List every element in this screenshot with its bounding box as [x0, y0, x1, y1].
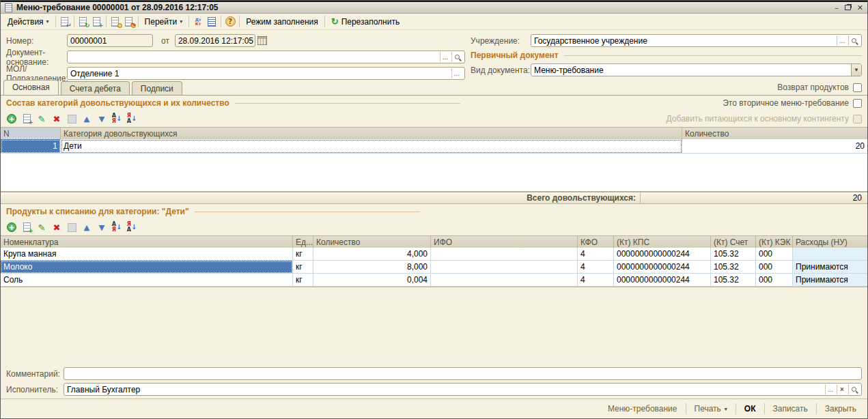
copy-row-button[interactable]: + — [21, 113, 32, 124]
end-edit-button[interactable] — [66, 113, 77, 124]
close-button[interactable]: ✕ — [857, 3, 863, 12]
column-header-n[interactable]: N — [1, 128, 61, 139]
account-cell[interactable]: 105.32 — [711, 274, 756, 287]
refill-button[interactable]: ↻ Перезаполнить — [327, 15, 404, 28]
report-structure-icon[interactable] — [206, 16, 217, 27]
table-row[interactable]: Молоко кг 8,000 4 0000000000000244 105.3… — [1, 261, 867, 274]
table-row[interactable]: 1 Дети 20 — [1, 139, 867, 154]
categories-table-empty-area[interactable] — [1, 154, 867, 192]
sort-asc-button[interactable]: АЯ↓ — [111, 222, 122, 233]
column-header-account[interactable]: (Кт) Счет — [711, 236, 756, 248]
minimize-button[interactable]: – — [835, 3, 839, 12]
column-header-quantity[interactable]: Количество — [682, 128, 867, 139]
goto-button[interactable]: Перейти ▾ — [141, 16, 187, 28]
kfo-cell[interactable]: 4 — [578, 261, 614, 274]
sort-desc-button[interactable]: ЯА↓ — [126, 113, 137, 124]
quantity-cell[interactable]: 0,004 — [313, 274, 431, 287]
print-button[interactable]: Печать ▾ — [689, 402, 733, 416]
secondary-menu-checkbox[interactable] — [853, 99, 862, 108]
move-up-button[interactable]: ▲ — [81, 113, 92, 124]
table-row[interactable]: Соль кг 0,004 4 0000000000000244 105.32 … — [1, 274, 867, 287]
end-edit-button[interactable] — [66, 222, 77, 233]
kfo-cell[interactable]: 4 — [578, 274, 614, 287]
return-products-checkbox[interactable] — [853, 83, 862, 92]
add-row-button[interactable]: + — [6, 222, 17, 233]
sort-desc-button[interactable]: ЯА↓ — [126, 222, 137, 233]
clear-icon[interactable]: × — [837, 384, 847, 394]
close-form-button[interactable]: Закрыть — [820, 402, 862, 416]
category-cell[interactable]: Дети — [61, 139, 682, 154]
move-down-button[interactable]: ▼ — [96, 113, 107, 124]
edit-row-button[interactable]: ✎ — [36, 113, 47, 124]
document-kind-select[interactable]: Меню-требование ▼ — [531, 63, 862, 76]
delete-row-button[interactable]: ✖ — [51, 113, 62, 124]
column-header-expenses[interactable]: Расходы (НУ) — [793, 236, 867, 248]
institution-field[interactable]: Государственное учреждение ... — [531, 34, 862, 47]
dt-kt-postings-icon[interactable]: ДтКт — [193, 16, 204, 27]
column-header-unit[interactable]: Ед... — [293, 236, 313, 248]
expenses-cell[interactable] — [793, 248, 867, 261]
ellipsis-button[interactable]: ... — [825, 384, 835, 394]
ifo-cell[interactable] — [431, 261, 578, 274]
kek-cell[interactable]: 000 — [756, 261, 793, 274]
copy-document-icon[interactable]: + — [92, 16, 102, 27]
number-field[interactable]: 00000001 — [67, 34, 153, 47]
column-header-kfo[interactable]: КФО — [578, 236, 614, 248]
column-header-quantity[interactable]: Количество — [313, 236, 431, 248]
date-field[interactable]: 28.09.2016 12:17:05 — [175, 34, 255, 47]
delete-row-button[interactable]: ✖ — [51, 222, 62, 233]
ellipsis-button[interactable]: ... — [451, 68, 462, 78]
account-cell[interactable]: 105.32 — [711, 248, 756, 261]
kek-cell[interactable]: 000 — [756, 248, 793, 261]
column-header-ifo[interactable]: ИФО — [431, 236, 578, 248]
column-header-nomenclature[interactable]: Номенклатура — [1, 236, 293, 248]
kps-cell[interactable]: 0000000000000244 — [614, 248, 711, 261]
edit-row-button[interactable]: ✎ — [36, 222, 47, 233]
column-header-category[interactable]: Категория довольствующихся — [61, 128, 682, 139]
tab-podpisi[interactable]: Подписи — [132, 81, 182, 95]
kps-cell[interactable]: 0000000000000244 — [614, 261, 711, 274]
base-document-field[interactable]: ... — [67, 50, 465, 63]
ellipsis-button[interactable]: ... — [837, 35, 847, 46]
department-field[interactable]: Отделение 1 ... — [67, 67, 465, 80]
nomenclature-cell[interactable]: Соль — [1, 274, 293, 287]
search-icon[interactable] — [848, 384, 858, 394]
kfo-cell[interactable]: 4 — [578, 248, 614, 261]
refresh-document-icon[interactable]: ↻ — [78, 16, 89, 27]
actions-button[interactable]: Действия ▾ — [3, 16, 53, 28]
fill-mode-button[interactable]: Режим заполнения — [242, 16, 322, 28]
nomenclature-cell[interactable]: Крупа манная — [1, 248, 293, 261]
column-header-kps[interactable]: (Кт) КПС — [614, 236, 711, 248]
post-document-icon[interactable] — [110, 16, 121, 27]
menu-requirement-button[interactable]: Меню-требование — [602, 402, 683, 416]
comment-field[interactable] — [64, 367, 862, 380]
expenses-cell[interactable]: Принимаются — [793, 261, 867, 274]
copy-row-button[interactable]: + — [21, 222, 32, 233]
account-cell[interactable]: 105.32 — [711, 261, 756, 274]
quantity-cell[interactable]: 20 — [682, 139, 867, 154]
ifo-cell[interactable] — [431, 274, 578, 287]
calendar-icon[interactable] — [257, 36, 267, 45]
move-down-button[interactable]: ▼ — [96, 222, 107, 233]
kps-cell[interactable]: 0000000000000244 — [614, 274, 711, 287]
unit-cell[interactable]: кг — [293, 261, 313, 274]
ellipsis-button[interactable]: ... — [440, 52, 450, 62]
move-up-button[interactable]: ▲ — [81, 222, 92, 233]
ifo-cell[interactable] — [431, 248, 578, 261]
save-button[interactable]: Записать — [768, 402, 813, 416]
executor-field[interactable]: Главный Бухгалтер ... × — [64, 383, 862, 396]
help-icon[interactable]: ? — [225, 16, 236, 27]
unit-cell[interactable]: кг — [293, 274, 313, 287]
kek-cell[interactable]: 000 — [756, 274, 793, 287]
nomenclature-cell[interactable]: Молоко — [1, 261, 293, 274]
unit-cell[interactable]: кг — [293, 248, 313, 261]
quantity-cell[interactable]: 4,000 — [313, 248, 431, 261]
ok-button[interactable]: ОК — [739, 402, 761, 416]
sort-asc-button[interactable]: АЯ↓ — [111, 113, 122, 124]
table-row[interactable]: Крупа манная кг 4,000 4 0000000000000244… — [1, 248, 867, 261]
unpost-document-icon[interactable]: ↷ — [124, 16, 135, 27]
reread-document-icon[interactable]: ↵ — [59, 16, 70, 27]
restore-button[interactable] — [845, 5, 851, 10]
search-icon[interactable] — [848, 35, 858, 46]
add-row-button[interactable]: + — [6, 113, 17, 124]
